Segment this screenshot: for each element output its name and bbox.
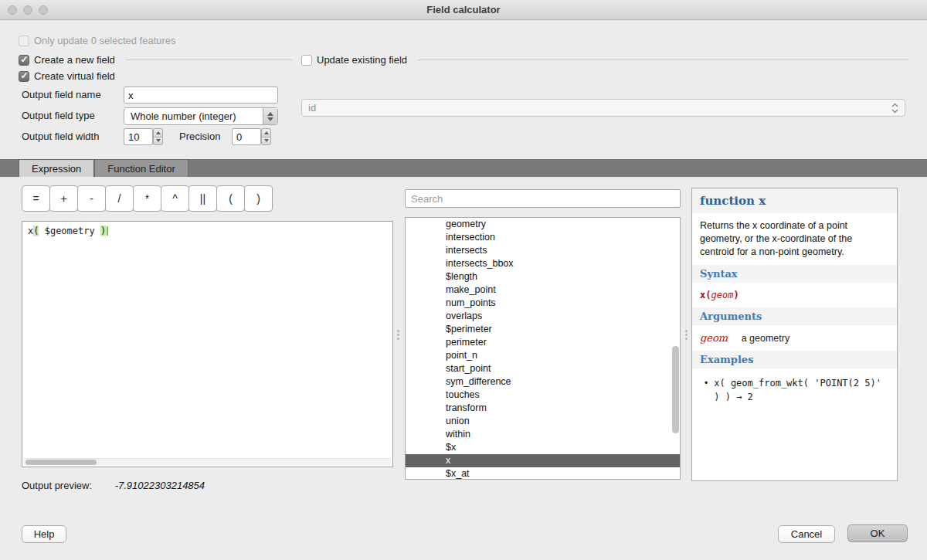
function-list-item[interactable]: num_points (406, 297, 680, 310)
combo-stepper-icon[interactable] (263, 108, 277, 124)
create-virtual-field-checkbox[interactable] (19, 71, 29, 82)
output-field-type-label: Output field type (22, 107, 95, 124)
expression-body: $geometry (39, 226, 100, 236)
bullet-icon: • (705, 376, 708, 404)
function-list-item[interactable]: geometry (406, 218, 680, 231)
horizontal-scrollbar[interactable] (24, 458, 391, 465)
tab-expression[interactable]: Expression (19, 159, 94, 177)
existing-field-value: id (302, 102, 889, 114)
output-field-type-select[interactable]: Whole number (integer) (124, 107, 278, 125)
function-list-item[interactable]: point_n (406, 349, 680, 362)
spin-down-icon[interactable] (153, 137, 163, 146)
help-description: Returns the x coordinate of a point geom… (692, 213, 897, 265)
existing-field-select[interactable]: id (301, 99, 905, 117)
title-bar: Field calculator (0, 0, 927, 20)
create-new-field-checkbox[interactable] (19, 55, 29, 66)
create-new-field-checkbox-row[interactable]: Create a new field (19, 54, 292, 66)
operator-button[interactable]: = (22, 185, 50, 212)
output-preview-label: Output preview: (22, 480, 92, 491)
create-virtual-field-checkbox-row[interactable]: Create virtual field (19, 70, 219, 82)
operator-button[interactable]: - (77, 185, 106, 212)
scrollbar-thumb[interactable] (672, 346, 679, 433)
output-field-type-value: Whole number (integer) (124, 110, 263, 122)
only-update-checkbox[interactable] (19, 36, 29, 46)
text-cursor (107, 226, 108, 236)
function-list-item[interactable]: make_point (406, 283, 680, 297)
cancel-button[interactable]: Cancel (778, 525, 835, 543)
spin-up-icon[interactable] (261, 128, 271, 137)
function-list-item[interactable]: touches (406, 389, 680, 402)
vertical-scrollbar[interactable] (671, 218, 680, 479)
group-divider (126, 59, 292, 60)
update-existing-field-checkbox[interactable] (301, 55, 312, 66)
scrollbar-thumb[interactable] (25, 460, 97, 465)
spin-up-icon[interactable] (153, 128, 163, 137)
arguments-heading: Arguments (692, 307, 897, 325)
example-item: • x( geom_from_wkt( 'POINT(2 5)' ) ) → 2 (692, 368, 897, 412)
only-update-label: Only update 0 selected features (34, 35, 176, 46)
update-existing-field-label: Update existing field (317, 54, 407, 66)
operator-button[interactable]: + (49, 185, 78, 212)
syntax-close-paren: ) (733, 290, 739, 300)
syntax-code: x(geom) (692, 283, 897, 307)
precision-spinner[interactable] (261, 128, 271, 145)
function-list-item[interactable]: transform (406, 402, 680, 415)
only-update-checkbox-row[interactable]: Only update 0 selected features (19, 35, 219, 46)
function-list-item[interactable]: start_point (406, 362, 680, 375)
output-preview-value: -7.91022303214854 (115, 480, 205, 491)
argument-description: a geometry (742, 333, 790, 344)
example-code: x( geom_from_wkt( 'POINT(2 5)' ) ) → 2 (714, 376, 888, 404)
function-list-item[interactable]: overlaps (406, 310, 680, 323)
search-input[interactable] (405, 189, 681, 208)
function-list-item[interactable]: intersection (406, 231, 680, 244)
expression-editor[interactable]: x( $geometry ) (22, 221, 393, 467)
output-preview: Output preview: -7.91022303214854 (22, 480, 205, 491)
create-virtual-field-label: Create virtual field (34, 70, 115, 82)
function-list-item[interactable]: $x (406, 441, 680, 454)
spin-down-icon[interactable] (261, 137, 271, 146)
chevron-updown-icon (889, 103, 900, 114)
splitter-handle[interactable] (684, 324, 689, 344)
operator-button[interactable]: || (188, 185, 217, 212)
update-existing-field-checkbox-row[interactable]: Update existing field (301, 54, 908, 66)
function-list-item[interactable]: sym_difference (406, 375, 680, 389)
argument-row: geom a geometry (692, 325, 897, 351)
function-list-item[interactable]: perimeter (406, 336, 680, 349)
precision-input[interactable] (232, 128, 261, 145)
function-list-item[interactable]: $x_at (406, 467, 680, 480)
help-button[interactable]: Help (22, 525, 66, 543)
ok-button[interactable]: OK (847, 524, 908, 542)
splitter-handle[interactable] (396, 324, 401, 344)
precision-label: Precision (179, 128, 220, 145)
function-help-panel: function x Returns the x coordinate of a… (691, 188, 898, 481)
function-list-item[interactable]: within (406, 428, 680, 441)
function-list-item[interactable]: $length (406, 270, 680, 283)
operator-button[interactable]: ^ (161, 185, 189, 212)
function-list-item[interactable]: intersects (406, 244, 680, 257)
help-title: function x (692, 188, 897, 213)
window-title: Field calculator (0, 4, 927, 15)
output-field-name-input[interactable] (124, 87, 278, 104)
function-list-item[interactable]: x (406, 454, 680, 467)
syntax-heading: Syntax (692, 265, 897, 283)
tab-function-editor[interactable]: Function Editor (94, 159, 188, 177)
output-field-name-label: Output field name (22, 87, 101, 104)
width-spinner[interactable] (153, 128, 163, 145)
expression-code: x( $geometry ) (22, 222, 392, 240)
close-bracket: ) (100, 226, 106, 236)
operator-button[interactable]: ) (244, 185, 273, 212)
operator-button[interactable]: / (105, 185, 134, 212)
operator-buttons: =+-/*^||() (22, 185, 273, 212)
operator-button[interactable]: ( (216, 185, 245, 212)
function-list-item[interactable]: intersects_bbox (406, 257, 680, 270)
argument-name: geom (700, 332, 728, 344)
syntax-arg: geom (711, 290, 733, 300)
function-list-item[interactable]: union (406, 415, 680, 428)
output-field-width-label: Output field width (22, 128, 99, 145)
function-list[interactable]: geometryintersectionintersectsintersects… (405, 217, 681, 480)
group-divider (418, 59, 908, 60)
function-list-item[interactable]: $perimeter (406, 323, 680, 336)
tab-bar: Expression Function Editor (0, 159, 927, 177)
output-field-width-input[interactable] (124, 128, 153, 145)
operator-button[interactable]: * (133, 185, 161, 212)
